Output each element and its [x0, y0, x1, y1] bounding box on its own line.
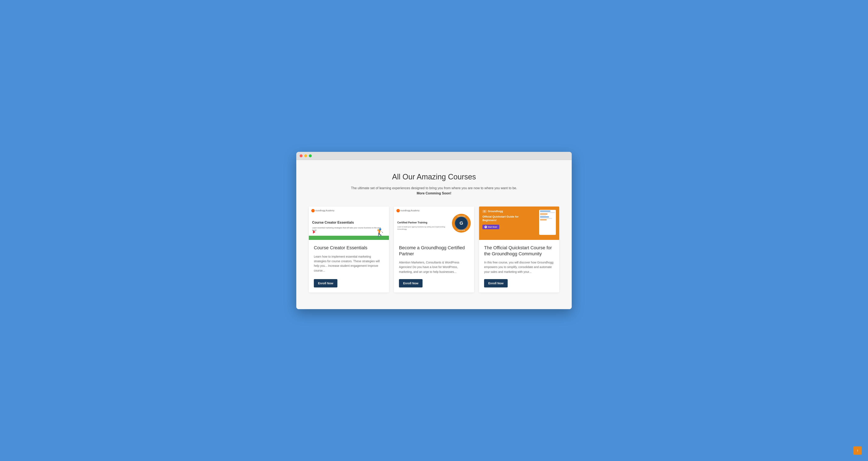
- thumbnail-desc-2: Learn to build your agency business by s…: [397, 226, 452, 230]
- thumbnail-preview-3: [523, 210, 556, 235]
- thumbnail-desc-1: Learn essential marketing strategies tha…: [312, 226, 385, 232]
- enroll-button-1[interactable]: Enroll Now: [314, 279, 337, 287]
- course-card-quickstart: G Groundhogg Official Quickstart Guide f…: [479, 207, 559, 293]
- page-header: All Our Amazing Courses The ultimate set…: [305, 173, 563, 196]
- course-card-certified-partner: r roundhogg Academy Certified Partner Tr…: [394, 207, 474, 293]
- browser-window: All Our Amazing Courses The ultimate set…: [296, 152, 572, 309]
- subtitle-bold: More Comming Soon!: [417, 191, 451, 195]
- course-name-3: The Official Quickstart Course for the G…: [484, 245, 554, 257]
- enroll-button-2[interactable]: Enroll Now: [399, 279, 423, 287]
- certified-badge: CERTIFIED G PARTNER: [452, 214, 471, 233]
- thumbnail-logo-text-2: roundhogg Academy: [400, 209, 420, 212]
- thumbnail-content-1: Course Creator Essentials Learn essentia…: [312, 215, 385, 232]
- start-now-label: Start Now!: [488, 226, 497, 228]
- close-button-icon[interactable]: [300, 154, 303, 157]
- chart-bar-5: [540, 217, 549, 217]
- badge-inner: G: [455, 217, 468, 230]
- scroll-up-icon: ↑: [857, 449, 859, 453]
- thumbnail-content-3: G Groundhogg Official Quickstart Guide f…: [483, 210, 523, 229]
- enroll-button-3[interactable]: Enroll Now: [484, 279, 508, 287]
- thumbnail-logo-2: r roundhogg Academy: [397, 209, 420, 212]
- subtitle-text: The ultimate set of learning experiences…: [351, 186, 517, 190]
- badge-letter: G: [460, 220, 463, 226]
- page-subtitle: The ultimate set of learning experiences…: [350, 185, 518, 196]
- minimize-button-icon[interactable]: [304, 154, 307, 157]
- roundhogg-logo-icon: r: [311, 209, 315, 212]
- chart-bar-1: [540, 211, 551, 212]
- course-thumbnail-1: r roundhogg Academy Course Creator Essen…: [309, 207, 389, 240]
- thumbnail-title-3: Official Quickstart Guide for Beginners!: [483, 215, 523, 222]
- thumbnail-title-1: Course Creator Essentials: [312, 220, 385, 225]
- thumbnail-title-2: Certified Partner Training: [397, 221, 452, 224]
- golfer-icon: 🏌️: [375, 228, 385, 236]
- flag-icon: [313, 230, 315, 234]
- roundhogg-logo-icon-2: r: [397, 209, 400, 212]
- thumbnail-logo-3: G Groundhogg: [483, 210, 523, 213]
- thumbnail-logo-text-1: roundhogg Academy: [315, 209, 335, 212]
- thumbnail-logo-1: r roundhogg Academy: [311, 209, 335, 212]
- page-title: All Our Amazing Courses: [305, 173, 563, 181]
- course-body-2: Become a Groundhogg Certified Partner At…: [394, 240, 474, 293]
- course-description-2: Attention Marketers, Consultants & WordP…: [399, 260, 469, 274]
- badge-text-certified: CERTIFIED: [457, 215, 466, 217]
- maximize-button-icon[interactable]: [309, 154, 312, 157]
- groundhogg-brand: Groundhogg: [488, 210, 503, 213]
- wordpress-icon: W: [485, 226, 487, 228]
- course-thumbnail-2: r roundhogg Academy Certified Partner Tr…: [394, 207, 474, 240]
- course-description-1: Learn how to implement essential marketi…: [314, 254, 384, 274]
- start-now-button[interactable]: W Start Now!: [483, 225, 499, 229]
- browser-titlebar: [296, 152, 572, 160]
- thumbnail-content-2: r roundhogg Academy Certified Partner Tr…: [397, 216, 452, 230]
- badge-text-partner: PARTNER: [458, 230, 465, 231]
- chart-bar-3: [540, 214, 548, 214]
- chart-bar-6: [540, 218, 552, 219]
- course-body-1: Course Creator Essentials Learn how to i…: [309, 240, 389, 293]
- scroll-to-top-button[interactable]: ↑: [854, 447, 862, 455]
- chart-bar-4: [540, 215, 546, 216]
- course-name-2: Become a Groundhogg Certified Partner: [399, 245, 469, 257]
- course-body-3: The Official Quickstart Course for the G…: [479, 240, 559, 293]
- page-content: All Our Amazing Courses The ultimate set…: [296, 160, 572, 309]
- dashboard-preview: [539, 210, 556, 235]
- course-description-3: In this free course, you will discover h…: [484, 260, 554, 274]
- chart-bar-7: [540, 219, 547, 220]
- course-card-creator-essentials: r roundhogg Academy Course Creator Essen…: [309, 207, 389, 293]
- course-name-1: Course Creator Essentials: [314, 245, 384, 251]
- course-thumbnail-3: G Groundhogg Official Quickstart Guide f…: [479, 207, 559, 240]
- groundhogg-logo-box: G: [483, 210, 487, 213]
- badge-outer: CERTIFIED G PARTNER: [452, 214, 471, 233]
- chart-bar-2: [540, 212, 555, 213]
- courses-grid: r roundhogg Academy Course Creator Essen…: [309, 207, 559, 293]
